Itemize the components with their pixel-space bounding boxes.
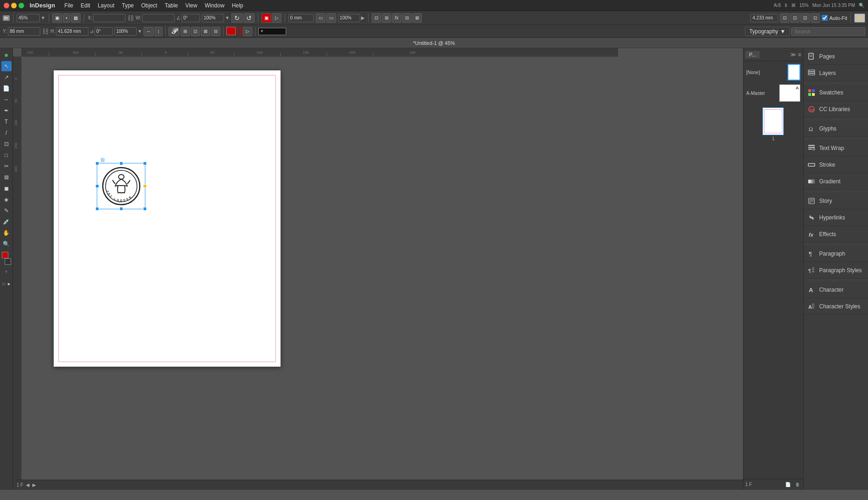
- sidebar-item-stroke[interactable]: Stroke: [804, 156, 868, 173]
- stroke-style-btn[interactable]: ▭: [316, 13, 325, 23]
- paragraph-btn[interactable]: 𝒫: [169, 27, 179, 36]
- zoom-tool[interactable]: 🔍: [1, 239, 12, 249]
- handle-middle-left[interactable]: [95, 184, 99, 188]
- sidebar-item-text-wrap[interactable]: Text Wrap: [804, 140, 868, 156]
- menu-help[interactable]: Help: [228, 1, 247, 10]
- menu-file[interactable]: File: [61, 1, 77, 10]
- fill-swatch[interactable]: [2, 252, 8, 258]
- handle-bottom-center[interactable]: [119, 207, 123, 211]
- align-left-btn[interactable]: ⊞: [181, 27, 190, 36]
- fx-btn[interactable]: fx: [392, 13, 401, 23]
- sidebar-item-pages[interactable]: Pages: [804, 48, 868, 65]
- align-center-btn[interactable]: ⊡: [191, 27, 200, 36]
- sidebar-item-effects[interactable]: fx Effects: [804, 226, 868, 243]
- distribute-btn[interactable]: ⊟: [211, 27, 220, 36]
- frame-btn1[interactable]: ⊡: [372, 13, 381, 23]
- line-tool[interactable]: /: [1, 128, 12, 138]
- fit-btn4[interactable]: ⊡: [811, 13, 820, 23]
- scale-h-input[interactable]: 100%: [202, 14, 224, 22]
- handle-top-left[interactable]: [95, 162, 99, 165]
- sidebar-item-paragraph-styles[interactable]: ¶ Paragraph Styles: [804, 262, 868, 279]
- frame-btn2[interactable]: ⊞: [382, 13, 391, 23]
- selected-object[interactable]: ⛓: [97, 163, 145, 209]
- scissors-tool[interactable]: ✂: [1, 161, 12, 171]
- sidebar-item-hyperlinks[interactable]: Hyperlinks: [804, 209, 868, 226]
- sidebar-item-character-styles[interactable]: A Character Styles: [804, 298, 868, 315]
- fit-btn3[interactable]: ⊡: [800, 13, 810, 23]
- rotate-cw-btn[interactable]: ↻: [231, 13, 243, 23]
- page-nav-next[interactable]: ▶: [32, 482, 36, 488]
- eyedropper-tool[interactable]: 💉: [1, 217, 12, 227]
- note-tool[interactable]: ✎: [1, 206, 12, 216]
- delete-page-btn[interactable]: 🗑: [794, 481, 801, 488]
- search-input[interactable]: [791, 27, 865, 36]
- stroke-swatch[interactable]: [5, 258, 11, 265]
- pen-stroke-btn[interactable]: ▷: [272, 13, 281, 23]
- bridge-btn[interactable]: Br: [3, 15, 10, 21]
- page-nav-prev[interactable]: ◀: [26, 482, 30, 488]
- sidebar-item-story[interactable]: Story: [804, 193, 868, 209]
- close-button[interactable]: [4, 3, 9, 8]
- angle2-input[interactable]: 0°: [94, 27, 113, 36]
- rect-frame-tool[interactable]: ⊡: [1, 139, 12, 149]
- scale-v-input[interactable]: 100%: [114, 27, 137, 36]
- align-btn2[interactable]: ⊠: [412, 13, 422, 23]
- normal-mode-btn[interactable]: □: [1, 279, 6, 289]
- maximize-button[interactable]: [19, 3, 24, 8]
- scale-v-arrow[interactable]: ▼: [137, 29, 142, 34]
- autofit-checkbox[interactable]: [822, 15, 828, 21]
- menu-layout[interactable]: Layout: [94, 1, 118, 10]
- pages-tab[interactable]: P...: [745, 51, 760, 58]
- type-tool[interactable]: T: [1, 117, 12, 127]
- none-thumb[interactable]: [787, 64, 800, 81]
- fit-btn1[interactable]: ⊡: [780, 13, 789, 23]
- preview-mode-btn[interactable]: ■: [6, 279, 11, 289]
- fill-color-box[interactable]: [226, 27, 236, 35]
- stroke-input[interactable]: 0 mm: [288, 14, 314, 22]
- zoom2-arrow[interactable]: ▶: [361, 15, 365, 20]
- search-icon[interactable]: 🔍: [859, 3, 864, 8]
- sidebar-item-glyphs[interactable]: Ω Glyphs: [804, 120, 868, 137]
- zoom-input[interactable]: 45%: [17, 14, 40, 22]
- menu-edit[interactable]: Edit: [77, 1, 94, 10]
- zoom2-input[interactable]: 100%: [338, 14, 360, 22]
- sidebar-item-character[interactable]: A Character: [804, 281, 868, 298]
- flip-h-btn[interactable]: ↔: [144, 27, 154, 36]
- menu-object[interactable]: Object: [137, 1, 161, 10]
- stroke-color-box[interactable]: [237, 28, 242, 34]
- gap-tool[interactable]: ↔: [1, 94, 12, 105]
- w-input[interactable]: 41.628 mm: [142, 14, 175, 22]
- menu-type[interactable]: Type: [118, 1, 137, 10]
- sidebar-item-gradient[interactable]: Gradient: [804, 173, 868, 190]
- rotate-ccw-btn[interactable]: ↺: [244, 13, 255, 23]
- stroke-weight-btn[interactable]: ▭: [326, 13, 336, 23]
- menu-window[interactable]: Window: [201, 1, 228, 10]
- sidebar-item-layers[interactable]: Layers: [804, 65, 868, 81]
- flip-v-btn[interactable]: ↕: [155, 27, 162, 36]
- gradient-tool[interactable]: ◼: [1, 183, 12, 194]
- gradient-feather-tool[interactable]: ◈: [1, 194, 12, 205]
- panel-menu-btn[interactable]: ≡: [798, 51, 801, 58]
- page-tool[interactable]: 📄: [1, 83, 12, 94]
- pen-tool[interactable]: ✒: [1, 106, 12, 116]
- workspace-selector[interactable]: Typography ▼: [745, 27, 790, 36]
- preview-btn[interactable]: ▪: [63, 13, 70, 23]
- minimize-button[interactable]: [11, 3, 17, 8]
- bleed-btn[interactable]: ▦: [71, 13, 81, 23]
- sidebar-item-cc-libraries[interactable]: Cc CC Libraries: [804, 101, 868, 118]
- amaster-thumb[interactable]: A: [779, 84, 800, 102]
- menu-view[interactable]: View: [181, 1, 201, 10]
- x-input[interactable]: 73.314 mm: [93, 14, 125, 22]
- align-btn1[interactable]: ⊟: [402, 13, 412, 23]
- h-input[interactable]: 41.628 mm: [56, 27, 88, 36]
- lightning-btn[interactable]: ⚡: [854, 13, 865, 23]
- sidebar-item-paragraph[interactable]: ¶ Paragraph: [804, 245, 868, 262]
- handle-bottom-right[interactable]: [143, 207, 147, 211]
- free-transform-tool[interactable]: ⊠: [1, 172, 12, 182]
- handle-top-right[interactable]: [143, 162, 147, 165]
- zoom-control[interactable]: 45% ▼: [17, 14, 45, 22]
- align-right-btn[interactable]: ⊠: [201, 27, 210, 36]
- fit-btn2[interactable]: ⊡: [790, 13, 799, 23]
- measure-input[interactable]: 4.233 mm: [750, 14, 778, 22]
- color-arrow-btn[interactable]: ▷: [243, 27, 252, 36]
